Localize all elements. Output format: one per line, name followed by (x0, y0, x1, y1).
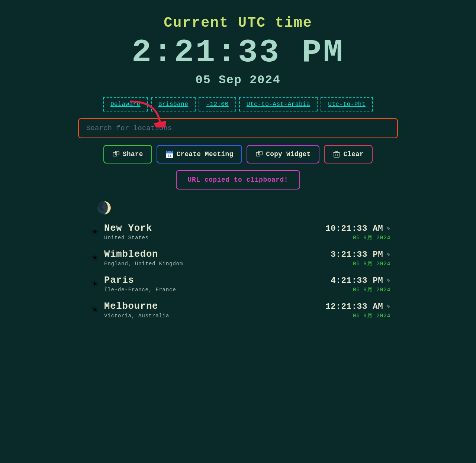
create-meeting-button[interactable]: 31 Create Meeting (157, 145, 242, 163)
sun-icon-new-york: ☀️ (86, 226, 104, 239)
location-time-wimbledon: 3:21:33 PM (331, 250, 383, 259)
svg-rect-2 (115, 151, 119, 155)
location-time-block-new-york: 10:21:33 AM ✎ (325, 224, 390, 233)
tag-utc-pht[interactable]: Utc-to-Pht (321, 97, 373, 111)
main-container: Current UTC time 2:21:33 PM 05 Sep 2024 … (78, 11, 398, 323)
search-input[interactable] (78, 118, 398, 138)
location-name-wimbledon: Wimbledon (104, 249, 331, 260)
tag-utc-ast-arabia[interactable]: Utc-to-Ast-Arabia (239, 97, 318, 111)
calendar-icon: 31 (165, 150, 174, 158)
svg-rect-1 (113, 152, 117, 156)
clear-button[interactable]: Clear (324, 145, 373, 163)
clipboard-notice: URL copied to clipboard! (176, 170, 300, 190)
location-date-melbourne: 06 9月 2024 (325, 312, 390, 320)
location-time-paris: 4:21:33 PM (331, 276, 383, 285)
location-time-new-york: 10:21:33 AM (325, 224, 383, 233)
trash-icon (333, 150, 340, 158)
svg-rect-9 (256, 152, 260, 156)
share-button[interactable]: Share (103, 145, 152, 163)
location-name-paris: Paris (104, 275, 331, 286)
location-sub-wimbledon: England, United Kingdom (104, 261, 331, 267)
sun-icon-paris: ☀️ (86, 278, 104, 291)
tag-minus1200[interactable]: -12:00 (199, 97, 236, 111)
tag-delaware[interactable]: Delaware (103, 97, 148, 111)
locations-list: ☀️ New York 10:21:33 AM ✎ United States … (78, 219, 398, 323)
location-item-melbourne: ☀️ Melbourne 12:21:33 AM ✎ Victoria, Aus… (78, 297, 398, 323)
buttons-row: Share 31 Create Meeting Copy Widget (103, 145, 373, 163)
search-container (78, 118, 398, 145)
copy-icon (255, 150, 263, 158)
location-date-wimbledon: 05 9月 2024 (331, 260, 390, 268)
sun-icon-melbourne: ☀️ (86, 304, 104, 317)
svg-rect-5 (166, 153, 173, 153)
share-icon (112, 150, 120, 158)
location-time-block-paris: 4:21:33 PM ✎ (331, 276, 390, 285)
svg-rect-10 (258, 151, 262, 155)
edit-icon-new-york[interactable]: ✎ (387, 225, 390, 232)
location-sub-paris: Île-de-France, France (104, 287, 331, 293)
location-name-melbourne: Melbourne (104, 301, 325, 312)
location-item-paris: ☀️ Paris 4:21:33 PM ✎ Île-de-France, Fra… (78, 271, 398, 297)
location-date-new-york: 05 9月 2024 (325, 234, 390, 242)
location-time-block-wimbledon: 3:21:33 PM ✎ (331, 250, 390, 259)
copy-widget-button[interactable]: Copy Widget (247, 145, 319, 163)
svg-rect-11 (334, 153, 339, 157)
location-item-new-york: ☀️ New York 10:21:33 AM ✎ United States … (78, 219, 398, 245)
utc-time: 2:21:33 PM (132, 34, 344, 71)
edit-icon-melbourne[interactable]: ✎ (387, 303, 390, 310)
edit-icon-wimbledon[interactable]: ✎ (387, 251, 390, 258)
tag-brisbane[interactable]: Brisbane (151, 97, 196, 111)
svg-text:31: 31 (167, 154, 171, 158)
utc-date: 05 Sep 2024 (196, 73, 281, 87)
tags-row: Delaware Brisbane -12:00 Utc-to-Ast-Arab… (78, 97, 398, 111)
search-wrapper (78, 118, 398, 138)
location-sub-melbourne: Victoria, Australia (104, 313, 325, 319)
location-name-new-york: New York (104, 223, 325, 234)
edit-icon-paris[interactable]: ✎ (387, 277, 390, 284)
utc-label: Current UTC time (164, 15, 312, 31)
location-time-block-melbourne: 12:21:33 AM ✎ (325, 302, 390, 311)
sun-icon-wimbledon: ☀️ (86, 252, 104, 265)
location-time-melbourne: 12:21:33 AM (325, 302, 383, 311)
location-item-wimbledon: ☀️ Wimbledon 3:21:33 PM ✎ England, Unite… (78, 245, 398, 271)
location-date-paris: 05 9月 2024 (331, 286, 390, 294)
moon-icon: 🌒 (97, 201, 112, 216)
location-sub-new-york: United States (104, 235, 325, 241)
